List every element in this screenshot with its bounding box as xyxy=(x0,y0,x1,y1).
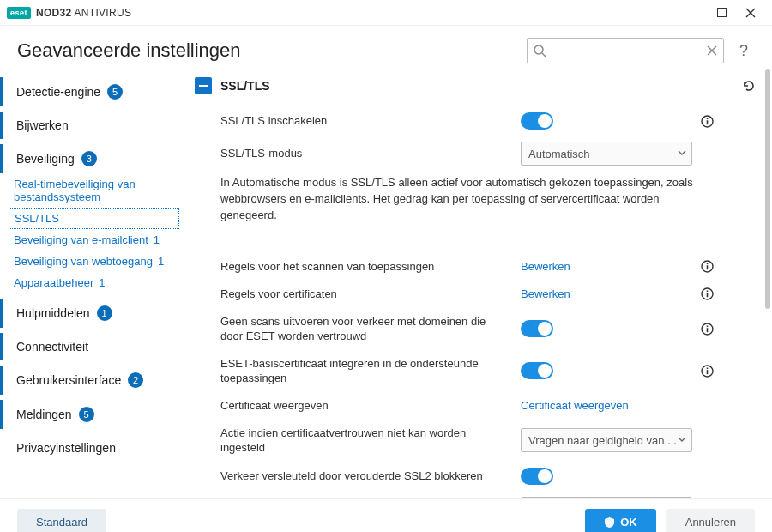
info-icon xyxy=(701,115,714,128)
sidebar-item-label: Beveiliging xyxy=(16,152,75,166)
sidebar-sub-label: Beveiliging van e-mailclient xyxy=(14,233,148,246)
sidebar-sub-label: SSL/TLS xyxy=(15,212,59,225)
sidebar-badge: 1 xyxy=(97,305,112,321)
svg-rect-21 xyxy=(707,367,709,369)
chevron-down-icon xyxy=(678,437,686,444)
sidebar-item-connectiviteit[interactable]: Connectiviteit xyxy=(0,333,184,360)
titlebar: eset NOD32 ANTIVIRUS xyxy=(0,0,772,26)
select-trust-action[interactable]: Vragen naar geldigheid van ... xyxy=(521,428,692,452)
select-value: Automatisch xyxy=(528,148,590,160)
sidebar-item-detectie-engine[interactable]: Detectie-engine 5 xyxy=(0,77,184,106)
label-block-ssl2: Verkeer versleuteld door verouderde SSL2… xyxy=(220,469,521,484)
svg-rect-0 xyxy=(717,9,726,17)
mode-description: In Automatische modus is SSL/TLS alleen … xyxy=(195,172,727,231)
sidebar-item-gebruikersinterface[interactable]: Gebruikersinterface 2 xyxy=(0,366,184,395)
clear-search-button[interactable] xyxy=(706,45,718,57)
close-icon xyxy=(745,8,756,18)
sidebar-sub-ssl-tls[interactable]: SSL/TLS xyxy=(9,208,179,229)
search-icon xyxy=(533,44,546,57)
svg-rect-11 xyxy=(707,265,709,269)
window-close-button[interactable] xyxy=(736,1,765,25)
select-ssl-mode[interactable]: Automatisch xyxy=(521,142,692,166)
sidebar-badge: 2 xyxy=(128,372,143,388)
square-icon xyxy=(717,8,727,17)
toggle-no-scan-trusted[interactable] xyxy=(521,320,553,337)
svg-rect-20 xyxy=(707,370,709,374)
undo-button[interactable] xyxy=(741,78,757,94)
svg-rect-18 xyxy=(707,325,709,327)
minus-icon xyxy=(199,85,208,87)
toggle-block-ssl2[interactable] xyxy=(521,468,553,485)
label-trust-action: Actie indien certificaatvertrouwen niet … xyxy=(220,426,521,456)
sidebar-item-label: Privacyinstellingen xyxy=(16,441,116,455)
undo-icon xyxy=(741,78,757,94)
link-show-cert[interactable]: Certificaat weergeven xyxy=(521,399,629,412)
svg-rect-8 xyxy=(707,120,709,124)
content-panel: SSL/TLS SSL/TLS inschakelen SSL/TLS-modu… xyxy=(184,69,772,498)
sidebar-item-meldingen[interactable]: Meldingen 5 xyxy=(0,400,184,429)
sidebar-sub-label: Apparaatbeheer xyxy=(14,276,93,289)
help-button[interactable]: ? xyxy=(733,42,755,60)
sidebar-badge: 1 xyxy=(158,255,164,268)
label-app-rules: Regels voor het scannen van toepassingen xyxy=(220,259,521,275)
info-button[interactable] xyxy=(701,287,720,300)
info-button[interactable] xyxy=(701,323,720,336)
select-damaged-action[interactable]: Communicatie blokkeren die... xyxy=(521,497,692,498)
svg-rect-14 xyxy=(707,293,709,297)
sidebar-badge: 1 xyxy=(154,233,160,246)
link-edit-cert-rules[interactable]: Bewerken xyxy=(521,287,570,300)
default-button[interactable]: Standaard xyxy=(17,509,106,533)
x-icon xyxy=(706,45,718,57)
label-integrate-cert: ESET-basiscertificaat integreren in de o… xyxy=(220,356,521,386)
sidebar-sub-webtoegang[interactable]: Beveiliging van webtoegang 1 xyxy=(0,251,184,272)
toggle-enable-ssl[interactable] xyxy=(521,112,553,130)
toggle-integrate-cert[interactable] xyxy=(521,362,553,379)
info-button[interactable] xyxy=(701,260,720,273)
info-button[interactable] xyxy=(701,115,720,128)
sidebar-item-bijwerken[interactable]: Bijwerken xyxy=(0,112,184,139)
sidebar-item-label: Bijwerken xyxy=(16,118,69,132)
sidebar-sub-realtime[interactable]: Real-timebeveiliging van bestandssysteem xyxy=(0,173,184,208)
sidebar-item-label: Connectiviteit xyxy=(16,340,88,354)
link-edit-app-rules[interactable]: Bewerken xyxy=(521,260,570,273)
info-icon xyxy=(701,287,714,300)
sidebar-item-privacy[interactable]: Privacyinstellingen xyxy=(0,434,184,462)
eset-logo: eset xyxy=(7,7,31,19)
sidebar-item-label: Meldingen xyxy=(16,408,72,421)
brand: eset NOD32 ANTIVIRUS xyxy=(7,7,131,19)
info-icon xyxy=(701,260,714,273)
sidebar-badge: 5 xyxy=(79,407,94,422)
info-icon xyxy=(701,323,714,336)
scrollbar[interactable] xyxy=(763,69,772,498)
search-box[interactable] xyxy=(527,38,724,63)
collapse-button[interactable] xyxy=(195,77,212,94)
label-enable-ssl: SSL/TLS inschakelen xyxy=(220,113,521,129)
sidebar-item-label: Detectie-engine xyxy=(16,85,100,99)
info-button[interactable] xyxy=(701,365,720,378)
sidebar-sub-apparaatbeheer[interactable]: Apparaatbeheer 1 xyxy=(0,272,184,293)
chevron-down-icon xyxy=(678,150,686,157)
label-show-cert: Certificaat weergeven xyxy=(220,398,521,414)
scrollbar-thumb[interactable] xyxy=(765,69,770,309)
ok-button[interactable]: OK xyxy=(585,509,656,533)
label-ssl-mode: SSL/TLS-modus xyxy=(220,146,521,161)
label-cert-rules: Regels voor certificaten xyxy=(220,287,521,302)
svg-rect-12 xyxy=(707,263,709,265)
cancel-button[interactable]: Annuleren xyxy=(666,509,755,533)
svg-line-4 xyxy=(542,53,546,57)
svg-rect-9 xyxy=(707,118,709,119)
sidebar-sub-label: Real-timebeveiliging van bestandssysteem xyxy=(14,178,174,203)
sidebar-item-hulpmiddelen[interactable]: Hulpmiddelen 1 xyxy=(0,299,184,328)
sidebar-sub-emailclient[interactable]: Beveiliging van e-mailclient 1 xyxy=(0,229,184,251)
header: Geavanceerde instellingen ? xyxy=(0,26,772,69)
svg-point-3 xyxy=(534,45,543,54)
brand-suffix: ANTIVIRUS xyxy=(75,7,132,19)
sidebar-sub-label: Beveiliging van webtoegang xyxy=(14,255,153,268)
info-icon xyxy=(701,365,714,378)
window-maximize-button[interactable] xyxy=(707,1,736,25)
search-input[interactable] xyxy=(552,45,701,57)
svg-rect-15 xyxy=(707,291,709,293)
footer: Standaard OK Annuleren xyxy=(0,498,772,532)
sidebar-item-beveiliging[interactable]: Beveiliging 3 xyxy=(0,144,184,173)
label-no-scan-trusted: Geen scans uitvoeren voor verkeer met do… xyxy=(220,314,521,344)
